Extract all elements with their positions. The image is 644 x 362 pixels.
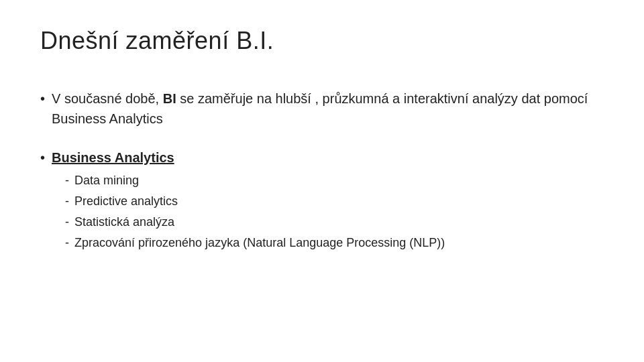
- content-area: • V současné době, BI se zaměřuje na hlu…: [40, 88, 604, 252]
- slide: Dnešní zaměření B.I. • V současné době, …: [0, 0, 644, 362]
- sub-dash-3: -: [65, 213, 69, 231]
- sub-dash-4: -: [65, 234, 69, 252]
- business-analytics-heading: Business Analytics: [52, 150, 174, 165]
- list-item: - Zpracování přirozeného jazyka (Natural…: [65, 234, 445, 252]
- sub-item-label-1: Data mining: [74, 172, 139, 190]
- bullet-item-2: • Business Analytics - Data mining - Pre…: [40, 147, 604, 252]
- slide-title: Dnešní zaměření B.I.: [40, 27, 604, 55]
- bullet-dot-1: •: [40, 88, 45, 109]
- list-item: - Predictive analytics: [65, 192, 445, 210]
- sub-item-label-2: Predictive analytics: [74, 192, 178, 210]
- bullet2-content: Business Analytics - Data mining - Predi…: [52, 147, 445, 252]
- sub-item-label-3: Statistická analýza: [74, 213, 174, 231]
- sub-item-label-4: Zpracování přirozeného jazyka (Natural L…: [74, 234, 445, 252]
- sub-dash-2: -: [65, 192, 69, 210]
- list-item: - Statistická analýza: [65, 213, 445, 231]
- bullet-item-1: • V současné době, BI se zaměřuje na hlu…: [40, 88, 604, 129]
- bullet-dot-2: •: [40, 147, 45, 168]
- sub-dash-1: -: [65, 172, 69, 190]
- bullet-text-1: V současné době, BI se zaměřuje na hlubš…: [52, 88, 604, 129]
- list-item: - Data mining: [65, 172, 445, 190]
- sub-list: - Data mining - Predictive analytics - S…: [65, 172, 445, 252]
- bold-bi: BI: [163, 91, 176, 106]
